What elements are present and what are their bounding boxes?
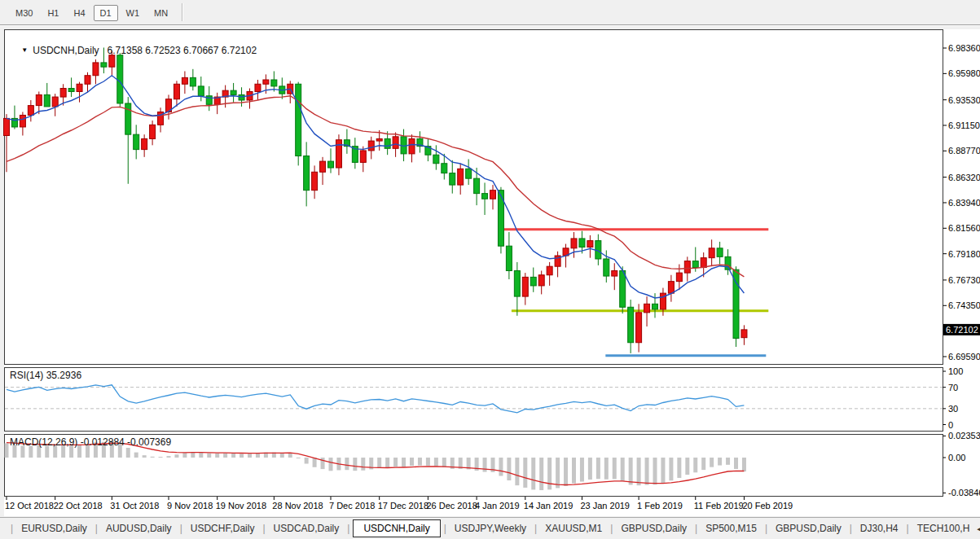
timeframe-button-w1[interactable]: W1 — [120, 5, 147, 21]
macd-bar — [353, 458, 357, 471]
candle-up — [668, 282, 674, 293]
macd-bar — [483, 458, 487, 472]
timeframe-buttons: M30H1H4D1W1MN — [8, 5, 175, 20]
candle-down — [198, 86, 204, 96]
candle-up — [522, 277, 528, 296]
candle-down — [506, 246, 512, 270]
price-tick-label: 6.69590 — [948, 352, 980, 362]
macd-bar — [547, 458, 552, 489]
price-tick-label: 6.91150 — [948, 121, 980, 130]
candle-up — [320, 161, 326, 172]
price-tick-label: 6.76730 — [948, 275, 980, 285]
macd-bar — [653, 458, 657, 484]
macd-bar — [5, 443, 9, 458]
price-tick-label: 6.98360 — [948, 43, 980, 53]
candle-up — [77, 84, 82, 91]
timeframe-button-d1[interactable]: D1 — [94, 5, 118, 21]
macd-bar — [661, 458, 665, 483]
tab-usdjpy-weekly[interactable]: USDJPY,Weekly — [447, 520, 534, 537]
tab-separator: | — [347, 523, 349, 534]
date-tick-label: 9 Nov 2018 — [167, 501, 213, 511]
candle-down — [450, 173, 455, 185]
date-tick-label: 17 Dec 2018 — [378, 501, 428, 511]
candle-down — [579, 239, 585, 248]
rsi-tick-label: 100 — [948, 366, 963, 376]
macd-bar — [701, 458, 705, 470]
candle-up — [741, 330, 747, 338]
tab-separator: | — [765, 523, 767, 534]
tab-gbpusd-daily[interactable]: GBPUSD,Daily — [613, 520, 694, 537]
main-pane[interactable] — [5, 30, 943, 365]
tab-audusd-daily[interactable]: AUDUSD,Daily — [99, 520, 179, 537]
tab-tech100-h[interactable]: TECH100,H — [910, 520, 978, 537]
timeframe-button-h1[interactable]: H1 — [41, 5, 65, 21]
tab-usdchf-daily[interactable]: USDCHF,Daily — [183, 520, 262, 537]
tab-separator: | — [610, 523, 613, 534]
candle-down — [239, 94, 244, 100]
macd-bar — [207, 454, 211, 458]
candle-up — [701, 258, 706, 268]
price-tick-label: 6.74350 — [948, 300, 980, 310]
candle-up — [571, 239, 577, 248]
macd-bar — [256, 454, 260, 458]
candle-up — [150, 125, 156, 138]
macd-bar — [329, 458, 333, 471]
timeframe-button-m30[interactable]: M30 — [9, 5, 39, 21]
chart-canvas[interactable]: 6.983606.959806.935306.911506.887706.863… — [0, 0, 980, 539]
macd-bar — [223, 454, 227, 458]
macd-bar — [572, 458, 576, 484]
candle-up — [644, 304, 650, 313]
candle-up — [612, 270, 617, 276]
tab-usdcad-daily[interactable]: USDCAD,Daily — [266, 520, 347, 537]
date-tick-label: 22 Oct 2018 — [54, 501, 103, 511]
macd-bar — [297, 458, 301, 458]
macd-bar — [726, 458, 730, 465]
tab-separator: | — [695, 523, 697, 534]
tab-separator: | — [11, 523, 13, 534]
tab-gbpusd-daily[interactable]: GBPUSD,Daily — [768, 520, 849, 537]
candle-down — [628, 307, 634, 342]
macd-bar — [321, 458, 325, 469]
candle-down — [514, 270, 520, 296]
candle-down — [474, 178, 480, 193]
macd-bar — [159, 457, 163, 458]
candle-down — [692, 261, 698, 268]
rsi-pane[interactable] — [5, 368, 943, 432]
macd-bar — [621, 458, 625, 481]
candle-down — [530, 277, 536, 286]
tab-items: EURUSD,Daily|AUDUSD,Daily|USDCHF,Daily|U… — [14, 519, 977, 537]
macd-bar — [240, 454, 244, 458]
date-tick-label: 7 Dec 2018 — [329, 501, 375, 511]
macd-bar — [402, 458, 406, 467]
date-tick-label: 31 Oct 2018 — [110, 501, 159, 511]
macd-bar — [564, 458, 568, 486]
macd-bar — [507, 458, 511, 480]
candle-down — [304, 156, 310, 191]
macd-bar — [126, 448, 130, 458]
candle-up — [28, 106, 33, 116]
price-tick-label: 6.93530 — [948, 95, 980, 105]
tab-separator: | — [444, 523, 446, 534]
tab-eurusd-daily[interactable]: EURUSD,Daily — [14, 520, 94, 537]
date-tick-label: 20 Feb 2019 — [742, 501, 793, 511]
candle-down — [271, 80, 277, 86]
timeframe-button-mn[interactable]: MN — [147, 5, 174, 21]
chevron-down-icon[interactable]: ▼ — [21, 46, 28, 54]
candle-up — [182, 77, 187, 84]
tab-usdcnh-daily[interactable]: USDCNH,Daily — [353, 519, 440, 537]
timeframe-button-h4[interactable]: H4 — [67, 5, 91, 21]
macd-bar — [151, 457, 155, 458]
rsi-tick-label: 30 — [948, 404, 958, 414]
scroll-left-icon[interactable]: ◂ — [977, 524, 980, 533]
macd-tick-label: -0.038466 — [948, 488, 980, 497]
macd-bar — [499, 458, 503, 476]
price-tick-label: 6.79180 — [948, 249, 980, 259]
tab-dj30-h4[interactable]: DJ30,H4 — [853, 520, 906, 537]
chart-title: ▼USDCNH,Daily6.71358 6.72523 6.70667 6.7… — [11, 33, 257, 68]
tab-xauusd-m1[interactable]: XAUUSD,M1 — [538, 520, 609, 537]
tab-scroll-arrows: ◂▸ — [977, 524, 980, 534]
macd-bar — [523, 458, 527, 488]
tab-separator: | — [534, 523, 537, 534]
tab-sp500-m15[interactable]: SP500,M15 — [698, 520, 764, 537]
candle-up — [52, 97, 58, 107]
